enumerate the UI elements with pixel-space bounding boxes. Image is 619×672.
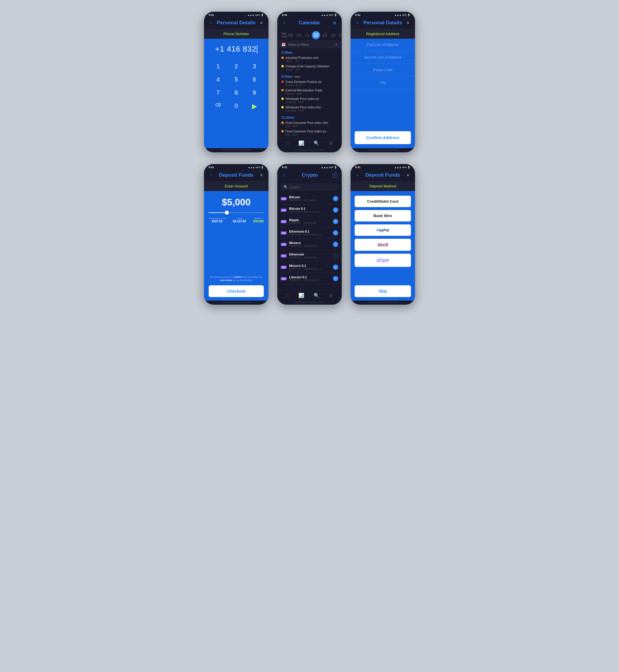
cal-date-09[interactable]: 09 [287,33,294,38]
deposit-back-btn[interactable]: ‹ [208,172,214,178]
event-sub-wpi-yy: Germany · EUR [285,101,319,104]
method-bank-wire-btn[interactable]: Bank Wire [355,210,411,221]
crypto-nav-settings[interactable]: ⚙ [329,293,333,298]
crypto-item-bitcoin[interactable]: DIG Bitcoin CRYPTO · BTC/USD ✓ [281,193,338,205]
crypto-nav-chart[interactable]: 📊 [298,293,304,298]
address-field-2[interactable]: Second Line of Address [350,51,415,64]
cal-date-14[interactable]: 14 [330,33,336,38]
address-field-postal[interactable]: Postal Code [350,64,415,76]
address-field-1[interactable]: First Line of Address [350,39,415,51]
calendar-icon: 📅 [281,43,286,47]
check-icon-monero[interactable]: ✓ [333,242,338,247]
key-0[interactable]: 0 [228,100,245,113]
method-paypal-btn[interactable]: PayPal [355,224,411,236]
checkout-btn[interactable]: Checkout [209,285,264,297]
check-icon-litecoin01[interactable]: ✓ [333,276,338,281]
check-icon-monero01[interactable]: ✓ [333,265,338,270]
cal-date-12[interactable]: 12 [312,31,320,39]
calendar-back-btn[interactable]: ‹ [281,20,287,25]
screen-calendar: 9:41 ▲▲▲ WiFi 🔋 ‹ Calendar ⊕ FEB 2018 09… [277,12,342,152]
crypto-search-bar[interactable]: 🔍 Search [281,183,338,191]
row-1: 9:41 ▲▲▲ WiFi 🔋 ‹ Personal Details ✕ Pho… [204,12,415,152]
crypto-info-monero: Monero CRYPTO · XMR/USD [289,241,331,247]
key-8[interactable]: 8 [228,87,245,98]
cal-date-15[interactable]: 15 [338,33,342,38]
cal-date-11[interactable]: 11 [303,33,311,38]
crypto-nav-search[interactable]: 🔍 [314,293,320,298]
check-icon-bitcoin01[interactable]: ✓ [333,207,338,213]
method-stripe-btn[interactable]: stripe [355,254,411,267]
key-5[interactable]: 5 [228,74,245,85]
screen-address: 9:41 ▲▲▲ WiFi 🔋 ‹ Personal Details ✕ Reg… [350,12,415,152]
crypto-add-icon[interactable]: + [332,172,338,178]
calendar-filter-bar[interactable]: 📅 Dates & Filters ▼ [277,41,342,48]
crypto-name-bitcoin: Bitcoin [289,196,331,199]
address-close-btn[interactable]: ✕ [405,20,411,25]
key-7[interactable]: 7 [210,87,226,98]
crypto-item-monero[interactable]: DIG Monero CRYPTO · XMR/USD ✓ [281,239,338,250]
crypto-item-eth01[interactable]: DIG Ethereum 0.1 CRYPTO · ETH/USD 0.1 ✓ [281,227,338,239]
check-icon-bitcoin[interactable]: ✓ [333,196,338,201]
key-backspace[interactable]: ⌫ [210,100,226,113]
deposit-amount-display: $5,000 [222,197,251,208]
now-flag: Now [294,75,300,78]
event-sub-cpi-yy: Italy · EUR [285,133,326,136]
key-6[interactable]: 6 [246,74,263,85]
method-close-btn[interactable]: ✕ [405,173,411,177]
event-dot-orange-3 [281,122,284,124]
nav-search-icon[interactable]: 🔍 [314,140,320,146]
method-subtitle-bar: Deposit Method [350,181,415,191]
deposit-close-btn[interactable]: ✕ [259,173,264,177]
address-back-btn[interactable]: ‹ [355,20,360,25]
crypto-item-monero01[interactable]: DIG Monero 0.1 CRYPTO · XMR/USD 0.1 ✓ [281,262,338,273]
key-1[interactable]: 1 [210,61,226,72]
time-label-1120: 11:20am [281,116,338,119]
key-4[interactable]: 4 [210,74,226,85]
method-subtitle: Deposit Method [369,184,396,189]
dig-badge-5: DIG [281,243,287,246]
crypto-item-litecoin01[interactable]: DIG Litecoin 0.1 CRYPTO · LTC/USD 0.1 ✓ [281,273,338,285]
status-icons-2: ▲▲▲ WiFi 🔋 [321,14,337,16]
status-time-6: 9:41 [355,166,360,169]
skip-btn[interactable]: Skip [355,285,411,297]
crypto-content: 🔍 Search DIG Bitcoin CRYPTO · BTC/USD ✓ … [277,181,342,305]
key-3[interactable]: 3 [246,61,263,72]
check-icon-eth01[interactable]: ✓ [333,230,338,235]
bottom-indicator-1 [222,149,251,151]
event-cpi-mm: Final Consumer Price Index m/m Italy · E… [281,121,338,128]
address-field-city[interactable]: City [350,76,415,89]
key-9[interactable]: 9 [246,87,263,98]
nav-chart-icon[interactable]: 📊 [298,140,304,146]
method-back-btn[interactable]: ‹ [355,172,360,178]
calendar-add-btn[interactable]: ⊕ [332,20,338,25]
key-2[interactable]: 2 [228,61,245,72]
nav-settings-icon[interactable]: ⚙ [329,140,333,146]
cursor [257,46,257,54]
crypto-header: ‹ Crypto + [277,170,342,181]
crypto-item-ethereum[interactable]: DIG Ethereum CRYPTO · XMR/USD + [281,250,338,262]
phone-back-btn[interactable]: ‹ [208,20,214,25]
method-skrill-btn[interactable]: Skrill [355,239,411,251]
slider-thumb[interactable] [225,211,229,215]
crypto-name-eth01: Ethereum 0.1 [289,230,331,233]
plus-icon-ethereum[interactable]: + [333,253,338,258]
dig-badge-1: DIG [281,197,287,200]
crypto-item-bitcoin01[interactable]: DIG Bitcoin 0.1 CRYPTO · BITCOIN 0.1 ✓ [281,205,338,216]
amount-slider[interactable] [209,212,264,213]
crypto-list: DIG Bitcoin CRYPTO · BTC/USD ✓ DIG Bitco… [277,193,342,290]
key-confirm[interactable]: ▶ [246,100,263,113]
crypto-nav-home[interactable]: ⌂ [286,293,289,298]
check-icon-ripple[interactable]: ✓ [333,219,338,224]
screen-crypto: 9:41 ▲▲▲ WiFi 🔋 ‹ Crypto + 🔍 Search DIG … [277,164,342,305]
crypto-item-ripple[interactable]: DIG Ripple CRYPTO · XRP/USD ✓ [281,216,338,227]
method-credit-card-btn[interactable]: Credit/Debit Card [355,196,411,207]
confirm-address-btn[interactable]: Confirm Address [355,131,411,144]
meta-balance-label: Balance [253,217,264,220]
nav-home-icon[interactable]: ⌂ [286,140,289,146]
crypto-title: Crypto [287,172,332,178]
status-time-3: 9:41 [355,13,360,16]
cal-date-13[interactable]: 13 [321,33,328,38]
crypto-back-btn[interactable]: ‹ [281,172,287,178]
phone-close-btn[interactable]: ✕ [259,20,264,25]
cal-date-10[interactable]: 10 [295,33,302,38]
